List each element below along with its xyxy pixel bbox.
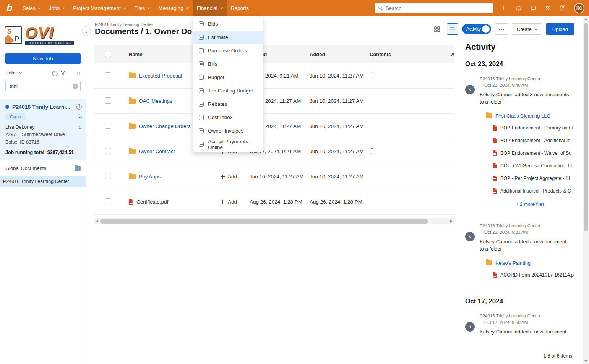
nav-item[interactable]: Financial [193,0,227,16]
vertical-scrollbar-thumb[interactable] [584,23,588,231]
row-checkbox[interactable] [105,72,111,78]
activity-timestamp: Oct 17, 2024, 9:50 AM [484,320,528,325]
home-icon[interactable]: ⌂ [78,123,82,130]
item-name-link[interactable]: Owner Change Orders [139,123,191,129]
brand-name: OVI [25,25,74,40]
activity-file-row[interactable]: BOP Endorsement - Waiver of Su [480,147,581,159]
item-name-link[interactable]: Certificate.pdf [136,199,168,205]
create-button[interactable]: Create [512,23,542,35]
info-icon[interactable] [76,104,82,110]
messages-icon[interactable] [529,4,537,12]
nav-item[interactable]: Project Management [69,0,130,16]
activity-toggle[interactable]: Activity [462,24,491,34]
nav-item[interactable]: Messaging [154,0,192,16]
add-button[interactable]: Add [221,174,237,180]
column-contents[interactable]: Contents [370,52,451,57]
nav-item[interactable]: Files [130,0,154,16]
quick-add-button[interactable]: + [500,4,507,12]
activity-file-row[interactable]: BOP Endorsement - Additional In [480,134,581,147]
table-row[interactable]: OAC Meetings 2024, 11:27 AM Jun 10, 2024… [94,89,454,114]
filter-funnel-icon[interactable] [60,71,65,75]
global-documents-item[interactable]: Global Documents [0,160,86,176]
documents-table: Name ed Added Contents A Executed Propos… [94,45,454,215]
horizontal-scrollbar[interactable] [94,218,454,224]
table-row[interactable]: Executed Proposal 2024, 9:21 AM Jun 10, … [94,63,454,89]
list-view-button[interactable] [447,23,458,35]
accept-payments-icon [199,142,204,147]
activity-file-list: BOP Endorsement - Primary and I BOP Endo… [480,121,581,197]
menu-item[interactable]: Job Costing Budget [193,84,263,97]
activity-file-row[interactable]: COI - OVI General Contracting, LL [480,159,581,172]
row-checkbox[interactable] [105,148,111,154]
menu-item[interactable]: Cost Inbox [193,111,263,124]
grid-view-button[interactable] [432,23,443,35]
item-name-link[interactable]: OAC Meetings [139,98,172,104]
menu-item[interactable]: Accept Payments Online [193,138,263,151]
job-search-input[interactable] [5,81,81,91]
table-row[interactable]: Owner Contract Add Oct 17, 2024, 9:21 AM [94,139,454,164]
activity-file-row[interactable]: BOP - Per Project Aggregate - 11 [480,172,581,184]
community-people-icon[interactable] [544,4,552,12]
user-avatar[interactable]: KC [574,3,584,13]
item-name-link[interactable]: Pay Apps [139,174,161,180]
chevron-down-icon [38,6,41,9]
new-job-button[interactable]: New Job [5,53,81,64]
nav-item[interactable]: Reports [227,0,253,16]
table-row[interactable]: Pay Apps Add Jun 10, 2024, 11:27 AM [94,164,454,189]
avatar: K [465,322,475,332]
sidebar-selected-job[interactable]: P24016 Trinity Learning Center [0,176,86,187]
clear-search-icon[interactable]: ✕ [73,84,78,89]
menu-item[interactable]: Purchase Orders [193,44,263,57]
menu-item[interactable]: Rebates [193,97,263,111]
notifications-bell-icon[interactable] [514,4,522,12]
buildertrend-logo-icon[interactable]: b [5,3,15,13]
activity-item: K P24016 Trinity Learning Center Oct 17,… [465,313,583,335]
job-card-title[interactable]: P24016 Trinity Learni... [12,104,70,110]
row-checkbox[interactable] [105,198,111,204]
vertical-scrollbar[interactable] [583,16,589,364]
select-all-checkbox[interactable] [105,51,111,57]
nav-item[interactable]: Sales [18,0,45,16]
item-name-link[interactable]: Owner Contract [139,149,175,154]
column-last-partial[interactable]: A [451,52,454,57]
scroll-down-arrow[interactable] [583,358,589,364]
row-checkbox[interactable] [105,173,111,179]
scroll-right-arrow[interactable] [448,218,454,224]
activity-file-row[interactable]: ACORD Form 20241017-162114.p [480,269,581,281]
menu-item[interactable]: Bids [193,17,263,31]
activity-file-row[interactable]: BOP Endorsement - Primary and I [480,121,581,134]
menu-item[interactable]: Bills [193,57,263,71]
activity-folder-link[interactable]: First Class Cleaning LLC [495,113,550,119]
search-input[interactable] [375,3,493,13]
more-options-button[interactable]: ⋯ [495,23,508,35]
email-icon[interactable]: ✉ [77,115,82,121]
more-files-link[interactable]: + 2 more files [480,202,581,207]
menu-item[interactable]: Estimate [193,31,263,44]
job-card[interactable]: P24016 Trinity Learni... ✉ ⌂ Open Lisa D… [0,99,86,160]
column-added[interactable]: Added [310,52,370,57]
upload-button[interactable]: Upload [546,23,574,35]
menu-item[interactable]: Budget [193,71,263,84]
help-icon[interactable]: ? [559,4,567,12]
row-checkbox[interactable] [105,97,111,104]
filter-count: (1) [52,70,58,76]
added-date: Jun 10, 2024, 11:27 AM [310,123,364,129]
scroll-up-arrow[interactable] [583,16,589,22]
horizontal-scrollbar-thumb[interactable] [100,219,428,224]
add-button[interactable]: Add [221,199,237,205]
nav-item[interactable]: Jobs [45,0,69,16]
jobs-filter-dropdown[interactable]: Jobs [6,70,22,76]
company-logo: S P OVI GENERAL CONTRACTING [5,23,81,47]
scroll-left-arrow[interactable] [94,218,100,224]
added-date: Aug 26, 2024, 1:28 PM [310,199,362,205]
activity-folder-link[interactable]: Kelso's Painting [495,260,531,266]
item-name-link[interactable]: Executed Proposal [139,73,182,79]
table-row[interactable]: Owner Change Orders 2024, 11:27 AM Jun 1… [94,114,454,139]
activity-file-row[interactable]: Additional Insured - Products & C [480,184,581,197]
sidebar-collapse-button[interactable]: ‹ [82,26,91,36]
table-row[interactable]: Certificate.pdf Add Aug 26, 2024, 1:28 P… [94,189,454,215]
row-checkbox[interactable] [105,123,111,129]
sort-icon[interactable]: ↑↓ [76,70,80,76]
breadcrumb[interactable]: P24016 Trinity Learning Center [95,22,153,27]
menu-item[interactable]: Owner Invoices [193,124,263,138]
